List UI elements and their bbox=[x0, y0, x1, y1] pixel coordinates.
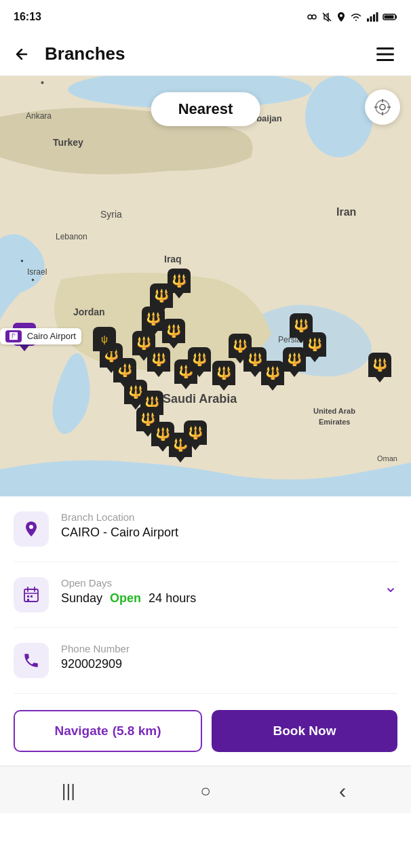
calendar-icon bbox=[22, 586, 40, 604]
phone-label: Phone Number bbox=[61, 643, 397, 654]
menu-button[interactable] bbox=[372, 41, 399, 68]
svg-rect-6 bbox=[373, 14, 375, 22]
branch-pin-8[interactable]: 🔱 bbox=[187, 347, 212, 377]
open-status: Open bbox=[110, 591, 141, 605]
page-title: Branches bbox=[45, 43, 372, 64]
branch-pin-15[interactable]: 🔱 bbox=[289, 313, 313, 343]
back-nav-icon: ‹ bbox=[339, 778, 347, 804]
svg-rect-7 bbox=[376, 12, 378, 22]
svg-rect-10 bbox=[376, 47, 394, 50]
wifi-icon bbox=[350, 12, 362, 22]
bottom-nav: ||| ○ ‹ bbox=[0, 766, 411, 813]
branch-pin-12[interactable]: 🔱 bbox=[260, 361, 285, 391]
back-nav-button[interactable]: ‹ bbox=[322, 776, 363, 806]
action-buttons: Navigate (5.8 km) Book Now bbox=[0, 694, 411, 766]
phone-icon bbox=[22, 652, 40, 669]
location-status-icon bbox=[336, 12, 346, 22]
svg-rect-29 bbox=[27, 599, 29, 601]
target-icon bbox=[374, 98, 391, 116]
recent-apps-button[interactable]: ||| bbox=[48, 776, 89, 806]
home-icon: ○ bbox=[200, 781, 211, 802]
home-button[interactable]: ○ bbox=[185, 776, 226, 806]
location-button[interactable] bbox=[365, 90, 400, 125]
back-icon bbox=[14, 46, 30, 62]
branch-pin-2[interactable]: 🔱 bbox=[161, 319, 186, 349]
open-day: Sunday bbox=[61, 591, 102, 605]
info-panel: Branch Location CAIRO - Cairo Airport Op… bbox=[0, 496, 411, 694]
phone-content: Phone Number 920002909 bbox=[61, 643, 397, 671]
phone-value: 920002909 bbox=[61, 657, 397, 671]
svg-point-17 bbox=[380, 104, 385, 110]
airport-label: 🅿 Cairo Airport bbox=[0, 328, 81, 344]
svg-point-1 bbox=[312, 15, 316, 19]
menu-icon bbox=[376, 47, 394, 61]
chevron-down-icon: ⌄ bbox=[384, 577, 397, 596]
open-days-value: Sunday Open 24 hours bbox=[61, 591, 372, 606]
status-icons bbox=[307, 12, 397, 22]
status-time: 16:13 bbox=[14, 11, 41, 23]
battery-icon bbox=[383, 13, 397, 21]
branch-pin-22[interactable]: 🔱 bbox=[183, 420, 208, 450]
svg-rect-27 bbox=[27, 595, 29, 597]
location-icon bbox=[22, 520, 40, 538]
nearest-button[interactable]: Nearest bbox=[151, 92, 260, 126]
branch-pin-4[interactable]: 🔱 bbox=[146, 347, 171, 377]
app-bar: Branches bbox=[0, 33, 411, 76]
location-content: Branch Location CAIRO - Cairo Airport bbox=[61, 511, 397, 540]
calendar-icon-wrap bbox=[14, 577, 49, 612]
svg-rect-4 bbox=[367, 18, 369, 22]
svg-rect-5 bbox=[370, 16, 372, 22]
phone-icon-wrap bbox=[14, 643, 49, 678]
svg-rect-11 bbox=[376, 53, 394, 55]
recent-apps-icon: ||| bbox=[62, 781, 75, 802]
map-area[interactable]: Ankara • Turkey Azerbaijan Syria Lebanon… bbox=[0, 76, 411, 496]
svg-point-0 bbox=[308, 15, 312, 19]
status-bar: 16:13 bbox=[0, 0, 411, 33]
chevron-wrap[interactable]: ⌄ bbox=[384, 577, 397, 596]
location-value: CAIRO - Cairo Airport bbox=[61, 526, 397, 540]
airport-label-text: Cairo Airport bbox=[27, 331, 76, 341]
recorder-icon bbox=[307, 12, 317, 22]
phone-row: Phone Number 920002909 bbox=[14, 628, 397, 694]
branch-pin-16[interactable]: 🔱 bbox=[368, 353, 392, 382]
branch-pin-9[interactable]: 🔱 bbox=[212, 361, 236, 391]
open-days-row[interactable]: Open Days Sunday Open 24 hours ⌄ bbox=[14, 562, 397, 628]
open-days-content: Open Days Sunday Open 24 hours bbox=[61, 577, 372, 606]
branch-location-row: Branch Location CAIRO - Cairo Airport bbox=[14, 496, 397, 562]
svg-point-15 bbox=[305, 76, 373, 157]
location-icon-wrap bbox=[14, 511, 49, 547]
navigate-label: Navigate bbox=[54, 724, 108, 738]
svg-rect-12 bbox=[376, 59, 394, 61]
branch-pin-24[interactable]: 🔱 bbox=[167, 269, 191, 298]
svg-point-22 bbox=[29, 525, 33, 529]
book-now-button[interactable]: Book Now bbox=[212, 710, 397, 752]
svg-rect-9 bbox=[385, 16, 394, 19]
branch-pin-25[interactable]: ψ bbox=[92, 327, 117, 357]
open-hours: 24 hours bbox=[149, 591, 196, 605]
navigate-button[interactable]: Navigate (5.8 km) bbox=[14, 710, 202, 752]
svg-point-3 bbox=[340, 14, 342, 17]
open-days-label: Open Days bbox=[61, 577, 372, 589]
back-button[interactable] bbox=[8, 41, 35, 68]
signal-icon bbox=[366, 12, 378, 22]
mute-icon bbox=[321, 12, 332, 22]
svg-rect-28 bbox=[31, 595, 33, 597]
navigate-distance: (5.8 km) bbox=[113, 724, 161, 738]
location-label: Branch Location bbox=[61, 511, 397, 523]
